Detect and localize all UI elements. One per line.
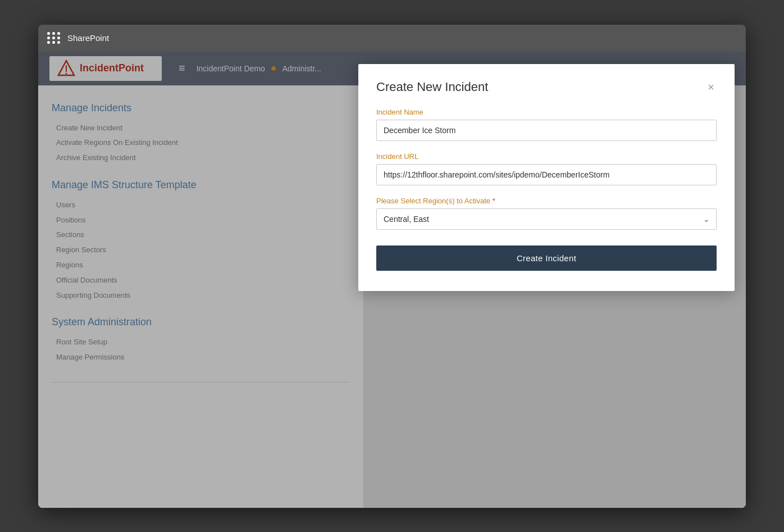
incident-name-group: Incident Name bbox=[376, 108, 717, 141]
create-incident-modal: Create New Incident × Incident Name Inci… bbox=[358, 64, 735, 291]
sharepoint-topbar: SharePoint bbox=[38, 25, 746, 52]
incident-name-input[interactable] bbox=[376, 120, 717, 141]
required-star: * bbox=[493, 197, 495, 205]
incident-url-group: Incident URL bbox=[376, 152, 717, 185]
regions-group: Please Select Region(s) to Activate * Ce… bbox=[376, 197, 717, 230]
incident-url-input[interactable] bbox=[376, 164, 717, 185]
modal-close-button[interactable]: × bbox=[705, 81, 717, 93]
incident-url-label: Incident URL bbox=[376, 152, 717, 161]
sharepoint-label: SharePoint bbox=[67, 33, 109, 43]
modal-header: Create New Incident × bbox=[376, 80, 717, 94]
incident-name-label: Incident Name bbox=[376, 108, 717, 116]
regions-label: Please Select Region(s) to Activate * bbox=[376, 197, 717, 205]
modal-title: Create New Incident bbox=[376, 80, 488, 94]
app-launcher-icon[interactable] bbox=[47, 32, 61, 44]
regions-select[interactable]: Central, East Central East West North So… bbox=[376, 208, 717, 230]
regions-select-wrapper: Central, East Central East West North So… bbox=[376, 208, 717, 230]
create-incident-button[interactable]: Create Incident bbox=[376, 245, 717, 271]
